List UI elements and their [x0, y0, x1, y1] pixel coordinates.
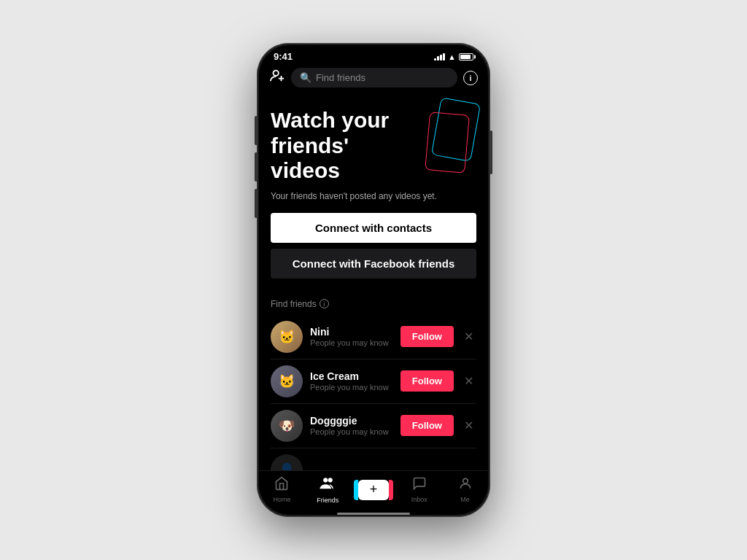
user-item-icecream: 🐱 Ice Cream People you may know Follow ✕: [271, 359, 476, 404]
inbox-icon: [412, 476, 427, 494]
user-list: 🐱 Nini People you may know Follow ✕ 🐱 Ic…: [271, 315, 476, 471]
header: 🔍 Find friends i: [259, 65, 488, 93]
search-placeholder: Find friends: [316, 72, 365, 83]
hero-title: Watch your friends' videos: [271, 108, 404, 184]
avatar-icecream: 🐱: [271, 365, 303, 397]
nav-item-plus[interactable]: +: [351, 480, 397, 500]
add-friend-button[interactable]: [269, 68, 285, 88]
avatar-nini: 🐱: [271, 321, 303, 353]
nav-item-inbox[interactable]: Inbox: [396, 476, 442, 503]
nav-label-friends: Friends: [317, 497, 338, 504]
nav-item-home[interactable]: Home: [259, 476, 305, 503]
search-bar[interactable]: 🔍 Find friends: [291, 68, 457, 88]
user-info-icecream: Ice Cream People you may know: [310, 370, 393, 392]
hero-subtitle: Your friends haven't posted any videos y…: [271, 191, 476, 201]
nav-item-friends[interactable]: Friends: [305, 475, 351, 504]
signal-icon: [434, 53, 445, 61]
nav-label-me: Me: [460, 496, 470, 503]
main-content: Watch your friends' videos Your friends …: [259, 93, 488, 470]
status-bar: 9:41 ▲: [259, 45, 488, 65]
status-time: 9:41: [274, 51, 293, 62]
connect-facebook-button[interactable]: Connect with Facebook friends: [271, 249, 476, 279]
user-meta-doggggie: People you may know: [310, 427, 393, 436]
find-friends-info-icon[interactable]: i: [320, 299, 329, 308]
user-item-partial: 👤 ...: [271, 448, 476, 471]
nav-label-home: Home: [273, 496, 290, 503]
home-indicator: [337, 513, 410, 515]
user-name-doggggie: Doggggie: [310, 415, 393, 427]
status-icons: ▲: [434, 52, 473, 61]
user-info-partial: ...: [310, 464, 476, 471]
info-button[interactable]: i: [463, 71, 478, 85]
user-meta-icecream: People you may know: [310, 383, 393, 392]
user-name-nini: Nini: [310, 326, 393, 338]
user-item-doggggie: 🐶 Doggggie People you may know Follow ✕: [271, 404, 476, 448]
search-icon: 🔍: [300, 72, 311, 83]
svg-point-5: [462, 478, 468, 483]
home-icon: [274, 476, 289, 494]
friends-icon: [320, 475, 336, 495]
hero-section: Watch your friends' videos Your friends …: [259, 93, 488, 290]
bottom-nav: Home Friends +: [259, 470, 488, 511]
user-meta-nini: People you may know: [310, 338, 393, 347]
plus-icon: +: [370, 482, 378, 497]
dismiss-button-nini[interactable]: ✕: [461, 327, 476, 346]
follow-button-doggggie[interactable]: Follow: [400, 415, 454, 436]
find-friends-section: Find friends i 🐱 Nini People you may kno…: [259, 290, 488, 471]
dismiss-button-icecream[interactable]: ✕: [461, 371, 476, 391]
nav-item-me[interactable]: Me: [442, 476, 488, 503]
find-friends-header: Find friends i: [271, 299, 476, 309]
svg-point-0: [274, 71, 279, 76]
svg-point-4: [328, 478, 333, 483]
user-info-nini: Nini People you may know: [310, 326, 393, 347]
dismiss-button-doggggie[interactable]: ✕: [461, 416, 476, 435]
plus-button[interactable]: +: [358, 480, 389, 500]
nav-label-inbox: Inbox: [411, 496, 427, 503]
follow-button-nini[interactable]: Follow: [400, 326, 454, 347]
svg-point-3: [324, 478, 328, 483]
find-friends-label: Find friends: [271, 299, 317, 309]
decorative-card-2: [425, 112, 470, 173]
user-name-partial: ...: [310, 464, 476, 471]
follow-button-icecream[interactable]: Follow: [400, 370, 454, 392]
wifi-icon: ▲: [448, 52, 456, 61]
me-icon: [458, 476, 473, 494]
user-name-icecream: Ice Cream: [310, 370, 393, 382]
phone-device: 9:41 ▲ 🔍: [257, 43, 490, 517]
phone-screen: 9:41 ▲ 🔍: [259, 45, 488, 515]
avatar-partial: 👤: [271, 454, 303, 471]
user-item-nini: 🐱 Nini People you may know Follow ✕: [271, 315, 476, 359]
user-info-doggggie: Doggggie People you may know: [310, 415, 393, 436]
connect-contacts-button[interactable]: Connect with contacts: [271, 213, 476, 243]
avatar-doggggie: 🐶: [271, 410, 303, 442]
battery-icon: [459, 53, 473, 61]
